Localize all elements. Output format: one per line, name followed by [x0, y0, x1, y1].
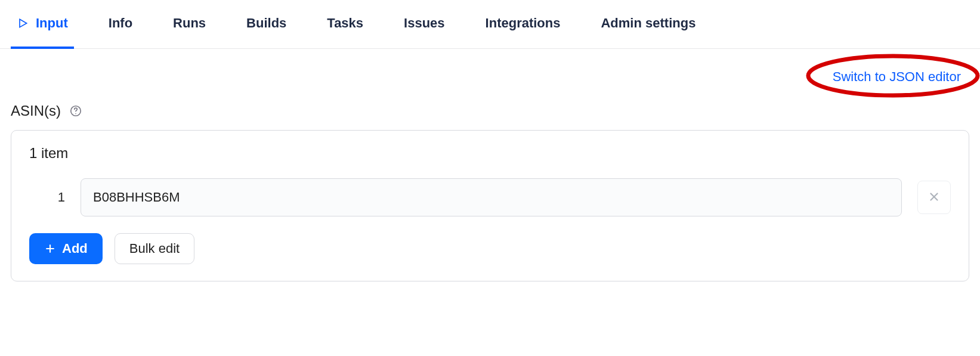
add-button[interactable]: Add: [29, 233, 103, 264]
tab-input[interactable]: Input: [11, 1, 74, 49]
switch-to-json-editor-link[interactable]: Switch to JSON editor: [824, 66, 969, 88]
tab-label: Info: [109, 16, 132, 31]
close-icon: [928, 190, 941, 205]
tab-label: Runs: [173, 16, 206, 31]
tab-runs[interactable]: Runs: [167, 1, 212, 49]
add-button-label: Add: [62, 241, 88, 256]
asin-list-panel: 1 item 1: [11, 130, 969, 281]
asin-field-label: ASIN(s): [11, 103, 61, 119]
tab-info[interactable]: Info: [103, 1, 138, 49]
help-icon[interactable]: [69, 104, 82, 117]
tab-tasks[interactable]: Tasks: [321, 1, 369, 49]
tab-label: Input: [36, 16, 68, 31]
svg-marker-0: [20, 19, 27, 27]
tab-integrations[interactable]: Integrations: [480, 1, 567, 49]
tab-builds[interactable]: Builds: [240, 1, 292, 49]
delete-row-button[interactable]: [917, 181, 951, 214]
asin-input[interactable]: [81, 178, 902, 216]
tab-label: Admin settings: [601, 16, 695, 31]
row-index: 1: [29, 190, 65, 205]
bulk-edit-label: Bulk edit: [129, 241, 180, 256]
tab-label: Issues: [404, 16, 445, 31]
tab-admin-settings[interactable]: Admin settings: [595, 1, 701, 49]
item-count: 1 item: [29, 145, 951, 162]
tab-label: Builds: [246, 16, 286, 31]
plus-icon: [44, 243, 56, 255]
bulk-edit-button[interactable]: Bulk edit: [115, 233, 194, 264]
tabs-nav: Input Info Runs Builds Tasks Issues Inte…: [0, 0, 980, 49]
tab-issues[interactable]: Issues: [398, 1, 451, 49]
tab-label: Integrations: [486, 16, 561, 31]
tab-label: Tasks: [327, 16, 363, 31]
list-item: 1: [29, 178, 951, 216]
svg-point-3: [75, 113, 76, 114]
play-icon: [17, 17, 29, 29]
